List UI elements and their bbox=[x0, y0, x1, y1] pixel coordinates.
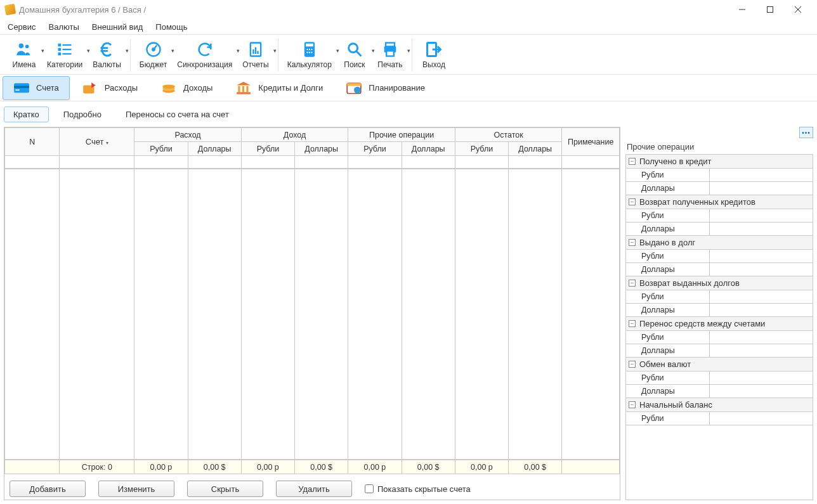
tree-group-header[interactable]: −Получено в кредит bbox=[626, 155, 813, 169]
col-exp-rub[interactable]: Рубли bbox=[134, 142, 188, 156]
col-other[interactable]: Прочие операции bbox=[348, 128, 455, 142]
toolbar-reports[interactable]: ▾ Отчеты bbox=[237, 39, 273, 72]
col-balance[interactable]: Остаток bbox=[455, 128, 562, 142]
search-icon bbox=[345, 40, 364, 59]
gauge-icon bbox=[144, 40, 163, 59]
col-bal-rub[interactable]: Рубли bbox=[455, 142, 508, 156]
tree-group-label: Возврат выданных долгов bbox=[639, 278, 740, 288]
collapse-icon[interactable]: − bbox=[629, 320, 636, 327]
side-tree[interactable]: −Получено в кредитРублиДоллары−Возврат п… bbox=[625, 154, 813, 500]
table-row[interactable] bbox=[5, 156, 620, 169]
tree-row[interactable]: Доллары bbox=[626, 182, 813, 195]
maximize-button[interactable] bbox=[756, 1, 784, 18]
tree-row[interactable]: Рубли bbox=[626, 209, 813, 223]
collapse-icon[interactable]: − bbox=[629, 361, 636, 368]
tree-row[interactable]: Доллары bbox=[626, 223, 813, 235]
tree-row[interactable]: Рубли bbox=[626, 331, 813, 344]
accounts-grid: N Счет ▾ Расход Доход Прочие операции Ос… bbox=[4, 127, 620, 500]
toolbar-calculator[interactable]: ▾ Калькулятор bbox=[282, 39, 337, 72]
tree-row[interactable]: Рубли bbox=[626, 412, 813, 425]
col-expense[interactable]: Расход bbox=[134, 128, 242, 142]
menu-currencies[interactable]: Валюты bbox=[44, 20, 84, 34]
toolbar-sync[interactable]: ▾ Синхронизация bbox=[172, 39, 237, 72]
tree-row-value bbox=[710, 331, 813, 344]
col-income[interactable]: Доход bbox=[241, 128, 348, 142]
window-title: Домашняя бухгалтерия 6 / Вася / bbox=[19, 5, 728, 15]
toolbar-print[interactable]: ▾ Печать bbox=[372, 39, 408, 72]
svg-rect-9 bbox=[63, 49, 72, 50]
col-exp-usd[interactable]: Доллары bbox=[188, 142, 241, 156]
tree-row[interactable]: Доллары bbox=[626, 385, 813, 397]
svg-point-21 bbox=[309, 49, 310, 50]
col-bal-usd[interactable]: Доллары bbox=[509, 142, 562, 156]
tab-credits[interactable]: Кредиты и Долги bbox=[225, 76, 334, 100]
tree-group-header[interactable]: −Возврат полученных кредитов bbox=[626, 195, 813, 209]
tree-group-header[interactable]: −Начальный баланс bbox=[626, 398, 813, 412]
svg-rect-1 bbox=[768, 7, 773, 13]
tree-row-label: Рубли bbox=[626, 331, 710, 344]
tree-row[interactable]: Доллары bbox=[626, 344, 813, 357]
show-hidden-checkbox[interactable]: Показать скрытые счета bbox=[365, 484, 471, 494]
toolbar-exit[interactable]: Выход bbox=[416, 39, 452, 72]
toolbar-currencies[interactable]: ▾ Валюты bbox=[88, 39, 126, 72]
collapse-icon[interactable]: − bbox=[629, 280, 636, 287]
side-menu-button[interactable]: ••• bbox=[799, 127, 813, 138]
svg-rect-30 bbox=[386, 51, 394, 56]
tree-row[interactable]: Доллары bbox=[626, 263, 813, 276]
toolbar-budget[interactable]: ▾ Бюджет bbox=[134, 39, 172, 72]
toolbar-categories[interactable]: ▾ Категории bbox=[42, 39, 88, 72]
tree-group-header[interactable]: −Возврат выданных долгов bbox=[626, 276, 813, 290]
svg-point-5 bbox=[25, 44, 29, 48]
close-button[interactable] bbox=[784, 1, 812, 18]
tree-row[interactable]: Доллары bbox=[626, 304, 813, 316]
edit-button[interactable]: Изменить bbox=[98, 481, 174, 497]
coins-icon bbox=[160, 81, 177, 95]
toolbar-names[interactable]: ▾ Имена bbox=[6, 39, 42, 72]
chevron-down-icon: ▾ bbox=[106, 140, 108, 146]
col-inc-usd[interactable]: Доллары bbox=[295, 142, 348, 156]
minimize-button[interactable] bbox=[728, 1, 756, 18]
show-hidden-input[interactable] bbox=[365, 484, 374, 493]
menu-service[interactable]: Сервис bbox=[3, 20, 41, 34]
chevron-down-icon: ▾ bbox=[407, 48, 410, 54]
tree-row[interactable]: Рубли bbox=[626, 250, 813, 263]
collapse-icon[interactable]: − bbox=[629, 401, 636, 408]
collapse-icon[interactable]: − bbox=[629, 158, 636, 165]
svg-rect-16 bbox=[255, 48, 256, 55]
menu-help[interactable]: Помощь bbox=[150, 20, 192, 34]
app-icon bbox=[4, 4, 16, 16]
tree-row[interactable]: Рубли bbox=[626, 169, 813, 182]
tree-group-label: Возврат полученных кредитов bbox=[639, 197, 755, 207]
tree-group-header[interactable]: −Перенос средств между счетами bbox=[626, 317, 813, 331]
col-oth-usd[interactable]: Доллары bbox=[402, 142, 455, 156]
hide-button[interactable]: Скрыть bbox=[187, 481, 263, 497]
svg-point-26 bbox=[349, 44, 358, 53]
tab-income[interactable]: Доходы bbox=[150, 76, 223, 100]
tab-expenses[interactable]: Расходы bbox=[71, 76, 148, 100]
tab-accounts[interactable]: Счета bbox=[3, 76, 70, 100]
add-button[interactable]: Добавить bbox=[10, 481, 86, 497]
subtab-brief[interactable]: Кратко bbox=[4, 107, 49, 122]
tree-row[interactable]: Рубли bbox=[626, 290, 813, 304]
col-inc-rub[interactable]: Рубли bbox=[241, 142, 294, 156]
tree-row[interactable]: Рубли bbox=[626, 372, 813, 385]
subtab-transfers[interactable]: Переносы со счета на счет bbox=[116, 107, 239, 122]
collapse-icon[interactable]: − bbox=[629, 198, 636, 205]
nav-tabs: Счета Расходы Доходы Кредиты и Долги Пла… bbox=[0, 75, 817, 101]
tree-group-header[interactable]: −Обмен валют bbox=[626, 358, 813, 372]
menu-view[interactable]: Внешний вид bbox=[87, 20, 148, 34]
col-note[interactable]: Примечание bbox=[562, 128, 620, 156]
col-account[interactable]: Счет ▾ bbox=[60, 128, 134, 156]
toolbar: ▾ Имена ▾ Категории ▾ Валюты ▾ Бюджет bbox=[0, 34, 817, 75]
tab-planning[interactable]: Планирование bbox=[335, 76, 436, 100]
collapse-icon[interactable]: − bbox=[629, 239, 636, 246]
svg-rect-42 bbox=[237, 92, 251, 94]
bank-icon bbox=[235, 81, 252, 95]
col-oth-rub[interactable]: Рубли bbox=[348, 142, 402, 156]
tree-group-header[interactable]: −Выдано в долг bbox=[626, 236, 813, 250]
delete-button[interactable]: Удалить bbox=[276, 481, 352, 497]
subtab-details[interactable]: Подробно bbox=[54, 107, 111, 122]
col-n[interactable]: N bbox=[5, 128, 60, 156]
svg-rect-44 bbox=[347, 83, 361, 86]
toolbar-search[interactable]: ▾ Поиск bbox=[337, 39, 372, 72]
